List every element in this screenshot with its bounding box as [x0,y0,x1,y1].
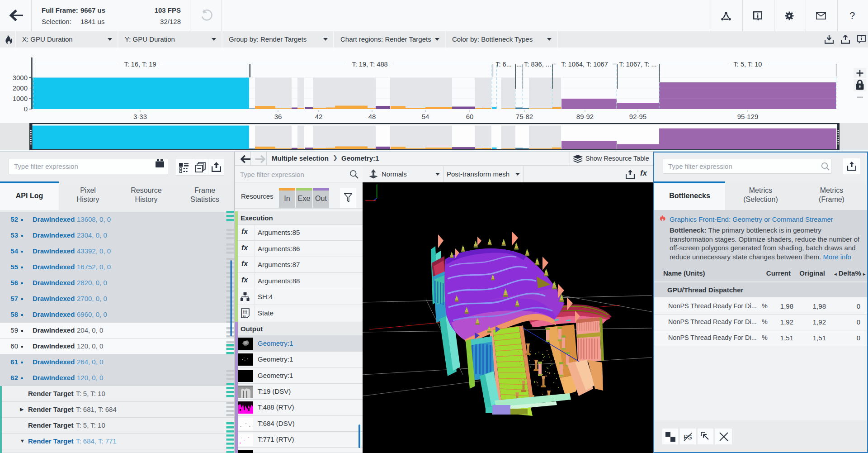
svg-text:48: 48 [368,113,376,120]
svg-text:95-129: 95-129 [737,113,759,120]
svg-text:42: 42 [315,113,323,120]
svg-text:11: 11 [243,315,245,317]
svg-text:89-92: 89-92 [576,113,594,120]
svg-text:60: 60 [466,113,474,120]
svg-text:T: 16, T: 19: T: 16, T: 19 [124,61,156,68]
svg-text:T: 6...: T: 6... [495,61,512,68]
svg-text:0: 0 [24,105,28,113]
svg-text:T: 5, T: 10: T: 5, T: 10 [733,61,762,68]
svg-text:T: 1064, T: 1067: T: 1064, T: 1067 [561,61,608,68]
svg-text:T: 1067, T: ...: T: 1067, T: ... [619,61,656,68]
svg-text:T: 836, ...: T: 836, ... [524,61,551,68]
svg-text:75-82: 75-82 [516,113,533,120]
svg-text:36: 36 [274,113,282,120]
svg-text:92-95: 92-95 [629,113,646,120]
svg-text:T: 19, T: 488: T: 19, T: 488 [352,61,387,68]
svg-text:54: 54 [422,113,429,120]
svg-text:3000: 3000 [13,74,28,81]
svg-text:...: ... [516,61,522,68]
svg-text:2000: 2000 [13,84,28,92]
svg-text:1000: 1000 [13,95,28,102]
svg-text:3-33: 3-33 [133,113,147,120]
